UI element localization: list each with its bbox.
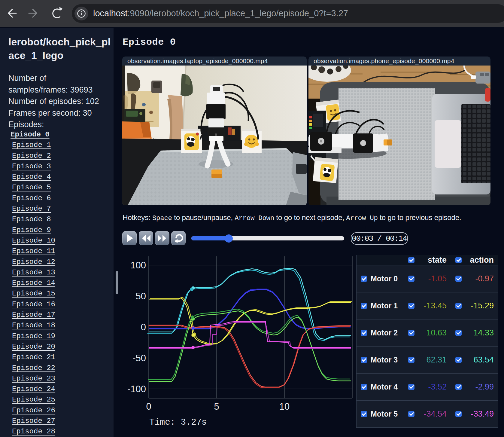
svg-text:10: 10 — [279, 401, 290, 412]
svg-text:-100: -100 — [127, 384, 146, 394]
svg-text:100: 100 — [130, 260, 146, 270]
svg-text:5: 5 — [214, 401, 219, 412]
svg-text:0: 0 — [146, 401, 151, 412]
svg-text:50: 50 — [136, 291, 146, 301]
svg-text:0: 0 — [141, 322, 146, 332]
svg-text:-50: -50 — [132, 353, 146, 363]
